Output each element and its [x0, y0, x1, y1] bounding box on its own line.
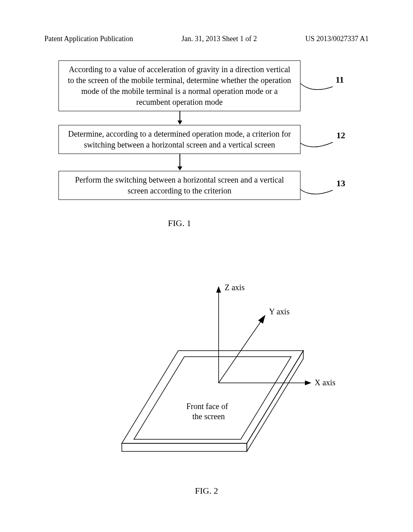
- header-right: US 2013/0027337 A1: [305, 35, 369, 43]
- svg-marker-3: [134, 357, 291, 439]
- flow-box-3-text: Perform the switching between a horizont…: [75, 175, 284, 195]
- flow-box-2-text: Determine, according to a determined ope…: [68, 129, 291, 149]
- figure-1-flowchart: According to a value of acceleration of …: [58, 60, 300, 229]
- flow-box-1-text: According to a value of acceleration of …: [68, 65, 291, 106]
- svg-marker-7: [258, 315, 265, 324]
- ref-label-11: 11: [336, 75, 344, 85]
- header-left: Patent Application Publication: [44, 35, 133, 43]
- x-axis-label: X axis: [315, 378, 336, 387]
- figure-1-caption: FIG. 1: [58, 218, 300, 229]
- figure-2-caption: FIG. 2: [0, 486, 413, 496]
- ref-label-12: 12: [336, 130, 345, 141]
- ref-connector-12: [300, 139, 335, 150]
- header-center: Jan. 31, 2013 Sheet 1 of 2: [181, 35, 257, 43]
- svg-marker-2: [247, 351, 303, 451]
- ref-connector-11: [300, 83, 335, 94]
- figure-2-diagram: Z axis Y axis X axis Front face of the s…: [0, 262, 413, 488]
- svg-marker-1: [122, 443, 247, 451]
- screen-label-line1: Front face of: [186, 402, 228, 411]
- svg-marker-0: [122, 351, 303, 443]
- flow-box-1: According to a value of acceleration of …: [58, 60, 300, 111]
- screen-label-line2: the screen: [192, 412, 225, 421]
- ref-connector-13: [300, 186, 335, 197]
- svg-marker-9: [305, 380, 311, 385]
- flow-box-2: Determine, according to a determined ope…: [58, 125, 300, 154]
- ref-label-13: 13: [336, 178, 345, 189]
- z-axis-label: Z axis: [225, 283, 245, 292]
- figure-2-svg: Z axis Y axis X axis Front face of the s…: [65, 262, 348, 472]
- svg-marker-5: [216, 286, 221, 293]
- y-axis-label: Y axis: [269, 307, 290, 316]
- flow-box-3: Perform the switching between a horizont…: [58, 171, 300, 200]
- page-header: Patent Application Publication Jan. 31, …: [0, 35, 413, 43]
